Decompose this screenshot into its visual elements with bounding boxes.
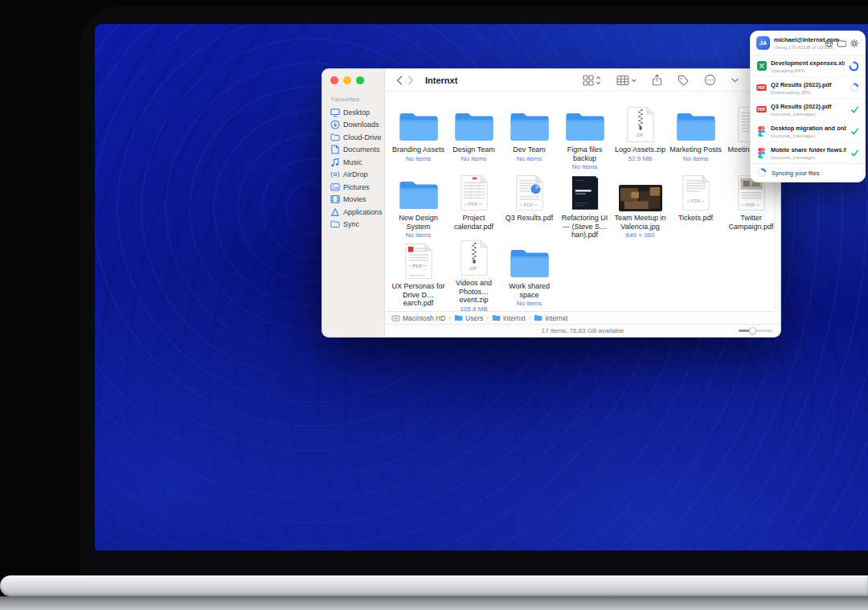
file-item-ux-personas-for-drive-d-earch-pdf[interactable]: PDF UX Personas for Drive D…earch.pdf (391, 239, 446, 308)
file-subtitle: No items (572, 163, 598, 170)
sidebar-item-documents[interactable]: Documents (330, 144, 384, 157)
group-by-icon[interactable] (616, 75, 637, 86)
breadcrumb-users[interactable]: › Users (448, 314, 483, 322)
sync-item-state-icon (850, 83, 859, 92)
sync-item-state-icon (850, 105, 859, 114)
sidebar-item-label: Music (343, 158, 362, 166)
sync-item-q3-results-2022-pdf[interactable]: PDF Q3 Results (2022).pdf (success_messa… (751, 98, 865, 120)
sync-item-status: (success_message) (771, 111, 846, 117)
file-subtitle: No items (406, 155, 432, 162)
icon-size-slider[interactable] (739, 330, 772, 332)
globe-icon[interactable] (825, 39, 833, 47)
sync-item-name: Development expenses.xlsx (771, 59, 845, 67)
sync-popup-header: JA michael@internxt.com Using 176,42GB o… (751, 31, 865, 55)
forward-button[interactable] (407, 76, 414, 85)
breadcrumb-label: Macintosh HD (403, 314, 445, 322)
sidebar-item-icon (330, 182, 340, 192)
status-text: 17 items, 76,63 GB available (542, 327, 624, 334)
sync-item-q2-results-2022-pdf[interactable]: PDF Q2 Results (2022).pdf Downloading 35… (751, 76, 865, 98)
close-button[interactable] (330, 76, 338, 84)
sidebar-item-movies[interactable]: Movies (330, 194, 384, 207)
sync-item-development-expenses-xlsx[interactable]: Development expenses.xlsx Uploading 64% (751, 55, 865, 76)
tag-icon[interactable] (678, 75, 689, 86)
svg-text:PDF: PDF (468, 201, 478, 207)
file-item-new-design-system[interactable]: New Design System No items (391, 171, 446, 239)
file-name: Videos and Photos…event.zip (447, 279, 501, 305)
sidebar-item-icon (330, 120, 340, 130)
finder-window: Favourites Desktop Downloads Cloud-Drive… (321, 68, 781, 338)
breadcrumb-icon (492, 314, 501, 321)
sync-item-desktop-migration-and-onboardi[interactable]: Desktop migration and onboardi… (success… (751, 120, 865, 141)
file-item-design-team[interactable]: Design Team No items (446, 103, 502, 171)
folder-icon[interactable] (837, 39, 846, 47)
slider-knob[interactable] (749, 327, 756, 334)
sidebar-item-downloads[interactable]: Downloads (330, 119, 384, 132)
file-name: Figma files backup (558, 145, 612, 162)
file-item-logo-assets-zip[interactable]: ZIP Logo Assets.zip 52,9 MB (612, 103, 668, 171)
file-item-q3-results-pdf[interactable]: PDF Q3 Results.pdf (502, 171, 557, 239)
sync-item-status: (success_message) (771, 154, 846, 160)
sidebar-item-music[interactable]: Music (330, 156, 384, 169)
file-item-figma-files-backup[interactable]: Figma files backup No items (557, 103, 612, 171)
svg-text:PDF: PDF (758, 108, 766, 112)
gear-icon[interactable] (850, 39, 859, 48)
file-item-branding-assets[interactable]: Branding Assets No items (391, 103, 446, 171)
sidebar-item-icon (330, 145, 340, 155)
sidebar-item-airdrop[interactable]: AirDrop (330, 169, 384, 182)
avatar: JA (756, 36, 770, 50)
sidebar-item-cloud-drive[interactable]: Cloud-Drive (330, 131, 384, 144)
svg-text:ZIP: ZIP (636, 133, 643, 137)
svg-text:ZIP: ZIP (469, 266, 477, 271)
sync-item-name: Desktop migration and onboardi… (771, 125, 846, 132)
laptop-mockup: Favourites Desktop Downloads Cloud-Drive… (0, 0, 868, 610)
view-mode-icon[interactable] (583, 75, 601, 86)
sidebar-item-label: Documents (343, 145, 380, 154)
file-item-marketing-posts[interactable]: Marketing Posts No items (668, 103, 723, 171)
finder-toolbar: Internxt (385, 69, 780, 92)
svg-text:PDF: PDF (758, 86, 766, 90)
chevron-down-icon[interactable] (731, 78, 739, 83)
file-item-project-calendar-pdf[interactable]: PDF Project calendar.pdf (446, 171, 502, 239)
breadcrumb-internxt[interactable]: › internxt (485, 314, 526, 322)
sync-item-file-icon (756, 148, 767, 158)
file-item-refactoring-ui-steve-s-han-pdf[interactable]: Refactoring UI — (Steve S…han).pdf (557, 171, 612, 239)
breadcrumb-macintosh-hd[interactable]: › Macintosh HD (391, 314, 445, 322)
file-name: Twitter Campaign.pdf (724, 214, 778, 231)
file-item-team-meetup-in-valencia-jpg[interactable]: Team Meetup in Valencia.jpg 640 × 360 (612, 171, 668, 239)
storage-usage: Using 176,42GB of 200GB (774, 44, 821, 50)
minimize-button[interactable] (343, 76, 351, 84)
breadcrumb-internxt[interactable]: › internxt (528, 314, 568, 322)
svg-text:PDF: PDF (412, 263, 423, 268)
back-button[interactable] (396, 76, 403, 85)
file-name: Refactoring UI — (Steve S…han).pdf (558, 214, 612, 239)
zoom-button[interactable] (356, 76, 364, 84)
sync-item-file-icon (756, 126, 767, 137)
file-item-tickets-pdf[interactable]: PDF Tickets.pdf (668, 171, 723, 239)
breadcrumb-label: internxt (545, 314, 567, 322)
file-item-videos-and-photos-event-zip[interactable]: ZIP Videos and Photos…event.zip 105,8 MB (446, 239, 502, 308)
sync-item-state-icon (850, 127, 859, 136)
sidebar-item-pictures[interactable]: Pictures (330, 181, 384, 194)
file-icon (510, 239, 550, 280)
path-bar: › Macintosh HD › Users › internxt › inte… (385, 311, 780, 324)
sync-footer-text: Syncing your files (772, 170, 820, 177)
file-subtitle: No items (683, 155, 709, 162)
breadcrumb-icon (391, 315, 400, 321)
sync-item-file-icon: PDF (756, 106, 767, 113)
file-item-dev-team[interactable]: Dev Team No items (502, 103, 557, 171)
sync-item-status: (success_message) (771, 133, 846, 138)
more-actions-icon[interactable] (704, 74, 716, 86)
file-subtitle: 105,8 MB (460, 305, 487, 311)
sidebar-item-label: Downloads (343, 121, 379, 129)
file-name: Q3 Results.pdf (506, 214, 554, 223)
status-bar: 17 items, 76,63 GB available (385, 324, 780, 337)
sync-item-mobile-share-folder-flows-fig[interactable]: Mobile share folder flows.fig (success_m… (751, 141, 865, 163)
share-icon[interactable] (652, 74, 662, 86)
sync-item-file-icon: PDF (756, 84, 767, 91)
sidebar-item-applications[interactable]: Applications (330, 206, 384, 219)
sidebar-item-icon (330, 157, 340, 167)
file-item-work-shared-space[interactable]: Work shared space No items (502, 239, 557, 308)
sidebar-item-sync[interactable]: Sync (330, 219, 384, 231)
sync-footer: Syncing your files (751, 163, 865, 182)
sidebar-item-desktop[interactable]: Desktop (330, 106, 384, 119)
